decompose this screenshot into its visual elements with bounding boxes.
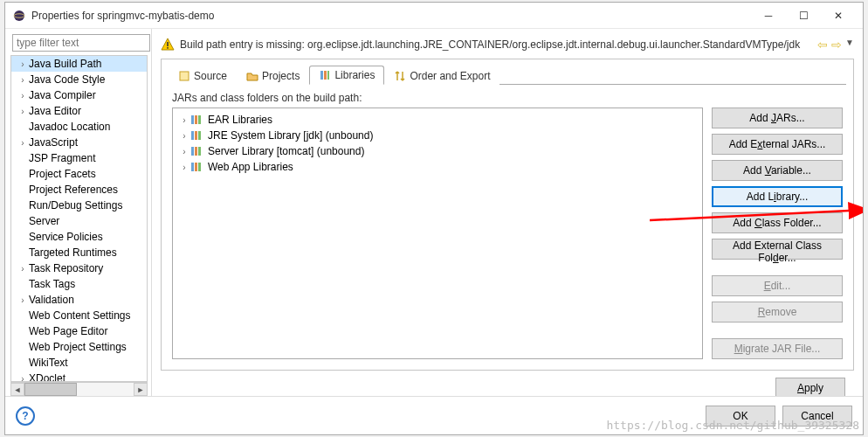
svg-rect-13: [198, 131, 201, 140]
close-button[interactable]: ✕: [821, 3, 856, 28]
library-item[interactable]: ›EAR Libraries: [173, 112, 702, 128]
order-icon: [394, 70, 406, 82]
tab-projects[interactable]: Projects: [237, 66, 309, 85]
library-icon: [190, 129, 204, 142]
view-menu-icon[interactable]: ▼: [845, 38, 854, 52]
library-label: JRE System Library [jdk] (unbound): [208, 129, 373, 142]
sidebar-item-label: Task Repository: [29, 262, 103, 274]
sidebar-item[interactable]: ›XDoclet: [11, 371, 147, 382]
expand-arrow-icon[interactable]: ›: [17, 295, 29, 305]
svg-rect-14: [191, 147, 194, 156]
sidebar-item[interactable]: ›Java Editor: [11, 103, 147, 119]
library-item[interactable]: ›JRE System Library [jdk] (unbound): [173, 128, 702, 143]
expand-arrow-icon[interactable]: ›: [178, 163, 190, 172]
sidebar-item-label: XDoclet: [29, 372, 65, 382]
sidebar-item[interactable]: ›Task Repository: [11, 260, 147, 276]
svg-rect-10: [198, 115, 201, 124]
maximize-button[interactable]: ☐: [786, 3, 821, 28]
add-class-folder-button[interactable]: Add Class Folder...: [712, 212, 843, 233]
expand-arrow-icon[interactable]: ›: [17, 264, 29, 274]
sidebar-item-label: Targeted Runtimes: [29, 246, 117, 259]
add-jars-button[interactable]: Add JARs...: [712, 108, 843, 128]
add-variable-button[interactable]: Add Variable...: [712, 160, 843, 181]
sidebar-item[interactable]: ›Java Code Style: [11, 72, 147, 87]
button-column: Add JARs... Add External JARs... Add Var…: [712, 108, 843, 359]
remove-button: Remove: [712, 302, 843, 323]
library-item[interactable]: ›Server Library [tomcat] (unbound): [173, 143, 702, 159]
expand-arrow-icon[interactable]: ›: [17, 107, 29, 116]
expand-arrow-icon[interactable]: ›: [17, 91, 29, 101]
minimize-button[interactable]: ─: [751, 3, 786, 28]
sidebar-item-label: Run/Debug Settings: [29, 199, 122, 212]
sidebar-item[interactable]: Project References: [11, 182, 147, 198]
tab-order-and-export[interactable]: Order and Export: [384, 66, 499, 85]
expand-arrow-icon[interactable]: ›: [17, 138, 29, 148]
svg-rect-19: [198, 163, 201, 171]
libraries-icon: [319, 69, 331, 81]
tab-libraries[interactable]: Libraries: [309, 66, 384, 85]
library-icon: [190, 114, 204, 126]
expand-arrow-icon[interactable]: ›: [17, 374, 29, 383]
sidebar-item[interactable]: Project Facets: [11, 166, 147, 182]
spacer: [712, 265, 843, 270]
sidebar-hscrollbar[interactable]: ◄ ►: [10, 382, 148, 396]
svg-rect-18: [195, 163, 197, 171]
sidebar-item-label: Project References: [29, 184, 118, 196]
scroll-right-button[interactable]: ►: [134, 383, 148, 396]
expand-arrow-icon[interactable]: ›: [178, 115, 190, 125]
build-path-panel: SourceProjectsLibrariesOrder and Export …: [161, 59, 854, 371]
sidebar-item[interactable]: Service Policies: [11, 229, 147, 245]
tab-label: Source: [194, 70, 227, 82]
library-icon: [190, 145, 204, 157]
expand-arrow-icon[interactable]: ›: [178, 147, 190, 156]
filter-input[interactable]: [12, 34, 150, 52]
expand-arrow-icon[interactable]: ›: [17, 59, 29, 69]
nav-forward-icon[interactable]: ⇨: [831, 38, 842, 52]
sidebar-item[interactable]: Web Project Settings: [11, 339, 147, 355]
svg-rect-8: [191, 115, 194, 124]
scroll-left-button[interactable]: ◄: [10, 383, 24, 396]
scroll-thumb[interactable]: [24, 383, 77, 396]
add-library-button[interactable]: Add Library...: [712, 186, 843, 207]
add-external-jars-button[interactable]: Add External JARs...: [712, 134, 843, 155]
sidebar-item[interactable]: ›Java Compiler: [11, 87, 147, 103]
sidebar-item[interactable]: Web Page Editor: [11, 323, 147, 339]
sidebar-item[interactable]: Run/Debug Settings: [11, 198, 147, 213]
svg-rect-12: [195, 131, 197, 140]
sidebar-item[interactable]: ›Java Build Path: [11, 56, 147, 72]
projects-icon: [246, 70, 258, 82]
tab-label: Order and Export: [410, 70, 490, 82]
add-external-class-folder-button[interactable]: Add External Class Folder...: [712, 239, 843, 260]
category-tree[interactable]: ›Java Build Path›Java Code Style›Java Co…: [10, 55, 148, 382]
sidebar-item[interactable]: JSP Fragment: [11, 150, 147, 166]
sidebar-item[interactable]: Targeted Runtimes: [11, 245, 147, 260]
libraries-list[interactable]: ›EAR Libraries›JRE System Library [jdk] …: [172, 108, 703, 359]
sidebar-item[interactable]: Task Tags: [11, 276, 147, 292]
sidebar-item[interactable]: Server: [11, 213, 147, 229]
edit-button: Edit...: [712, 275, 843, 296]
sidebar-item[interactable]: ›JavaScript: [11, 135, 147, 150]
library-item[interactable]: ›Web App Libraries: [173, 159, 702, 175]
apply-button[interactable]: Apply: [775, 378, 845, 396]
scroll-track[interactable]: [24, 383, 134, 396]
warning-text: Build path entry is missing: org.eclipse…: [180, 38, 817, 51]
sidebar-item[interactable]: Web Content Settings: [11, 308, 147, 323]
help-icon[interactable]: ?: [16, 406, 35, 426]
svg-rect-17: [191, 163, 194, 171]
sidebar-item-label: JavaScript: [29, 136, 78, 149]
eclipse-icon: [12, 9, 26, 23]
nav-back-icon[interactable]: ⇦: [817, 38, 828, 52]
sidebar-item[interactable]: WikiText: [11, 355, 147, 371]
sidebar-item-label: Server: [29, 215, 59, 227]
list-label: JARs and class folders on the build path…: [172, 92, 843, 104]
sidebar-item[interactable]: Javadoc Location: [11, 119, 147, 135]
svg-rect-15: [195, 147, 197, 156]
expand-arrow-icon[interactable]: ›: [178, 131, 190, 141]
watermark: https://blog.csdn.net/github_39325328: [606, 419, 859, 432]
expand-arrow-icon[interactable]: ›: [17, 75, 29, 85]
sidebar-item[interactable]: ›Validation: [11, 292, 147, 308]
tab-source[interactable]: Source: [169, 66, 237, 85]
library-label: EAR Libraries: [208, 114, 272, 126]
warning-icon: [161, 38, 175, 52]
svg-rect-4: [180, 72, 189, 80]
